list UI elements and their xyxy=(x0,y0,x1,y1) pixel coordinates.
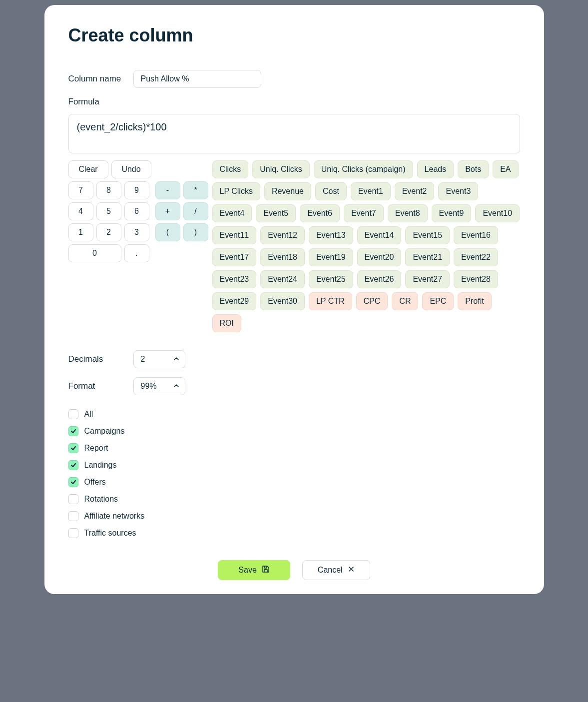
token-event19[interactable]: Event19 xyxy=(309,248,353,266)
save-button[interactable]: Save xyxy=(218,560,290,580)
token-event3[interactable]: Event3 xyxy=(438,182,478,200)
token-event13[interactable]: Event13 xyxy=(309,226,353,244)
checkbox[interactable] xyxy=(68,477,78,487)
decimals-select[interactable]: 2 xyxy=(133,350,185,368)
format-select[interactable]: 99% xyxy=(133,377,185,395)
cancel-button[interactable]: Cancel xyxy=(302,560,370,580)
token-event22[interactable]: Event22 xyxy=(454,248,498,266)
token-roi[interactable]: ROI xyxy=(212,314,241,332)
column-name-label: Column name xyxy=(68,74,133,84)
token-event10[interactable]: Event10 xyxy=(475,204,520,222)
numpad-0[interactable]: 0 xyxy=(68,244,121,262)
checkbox[interactable] xyxy=(68,460,78,470)
token-event1[interactable]: Event1 xyxy=(351,182,391,200)
checkbox[interactable] xyxy=(68,409,78,419)
token-profit[interactable]: Profit xyxy=(458,292,491,310)
check-row-offers[interactable]: Offers xyxy=(68,477,520,487)
token-event29[interactable]: Event29 xyxy=(212,292,257,310)
token-event17[interactable]: Event17 xyxy=(212,248,257,266)
formula-input[interactable]: (event_2/clicks)*100 xyxy=(68,114,520,153)
check-row-campaigns[interactable]: Campaigns xyxy=(68,426,520,436)
token-leads[interactable]: Leads xyxy=(417,160,454,178)
check-label: Offers xyxy=(84,478,106,487)
checkbox[interactable] xyxy=(68,528,78,538)
token-event12[interactable]: Event12 xyxy=(260,226,305,244)
check-row-affiliate-networks[interactable]: Affiliate networks xyxy=(68,511,520,521)
token-event11[interactable]: Event11 xyxy=(212,226,257,244)
op-minus[interactable]: - xyxy=(155,181,180,199)
op-lparen[interactable]: ( xyxy=(155,223,180,241)
token-event6[interactable]: Event6 xyxy=(300,204,340,222)
numpad-4[interactable]: 4 xyxy=(68,202,93,220)
token-event23[interactable]: Event23 xyxy=(212,270,257,288)
token-event16[interactable]: Event16 xyxy=(454,226,498,244)
token-event20[interactable]: Event20 xyxy=(357,248,402,266)
check-row-all[interactable]: All xyxy=(68,409,520,419)
token-event28[interactable]: Event28 xyxy=(454,270,498,288)
token-event2[interactable]: Event2 xyxy=(395,182,435,200)
token-ea[interactable]: EA xyxy=(493,160,518,178)
token-cpc[interactable]: CPC xyxy=(356,292,388,310)
check-label: Traffic sources xyxy=(84,529,136,538)
token-event14[interactable]: Event14 xyxy=(357,226,402,244)
token-event5[interactable]: Event5 xyxy=(256,204,296,222)
token-event18[interactable]: Event18 xyxy=(260,248,305,266)
check-label: All xyxy=(84,410,93,419)
numpad-6[interactable]: 6 xyxy=(124,202,149,220)
op-rparen[interactable]: ) xyxy=(183,223,208,241)
format-value: 99% xyxy=(141,382,157,391)
token-cr[interactable]: CR xyxy=(392,292,418,310)
formula-builder: Clear Undo 7894561230. -*+/() ClicksUniq… xyxy=(68,160,520,332)
undo-button[interactable]: Undo xyxy=(111,160,151,178)
check-label: Rotations xyxy=(84,495,118,504)
numpad-9[interactable]: 9 xyxy=(124,181,149,199)
token-event25[interactable]: Event25 xyxy=(309,270,353,288)
token-uniq-clicks[interactable]: Uniq. Clicks xyxy=(252,160,309,178)
checkbox[interactable] xyxy=(68,443,78,453)
token-event24[interactable]: Event24 xyxy=(260,270,305,288)
token-lp-ctr[interactable]: LP CTR xyxy=(309,292,352,310)
check-row-report[interactable]: Report xyxy=(68,443,520,453)
checkbox[interactable] xyxy=(68,494,78,504)
save-label: Save xyxy=(238,566,256,575)
checkbox[interactable] xyxy=(68,511,78,521)
column-name-input[interactable] xyxy=(133,70,261,88)
token-event8[interactable]: Event8 xyxy=(388,204,428,222)
token-event30[interactable]: Event30 xyxy=(260,292,305,310)
checkbox[interactable] xyxy=(68,426,78,436)
token-revenue[interactable]: Revenue xyxy=(264,182,311,200)
token-event7[interactable]: Event7 xyxy=(344,204,384,222)
clear-button[interactable]: Clear xyxy=(68,160,108,178)
check-row-traffic-sources[interactable]: Traffic sources xyxy=(68,528,520,538)
formula-label: Formula xyxy=(68,97,520,107)
op-divide[interactable]: / xyxy=(183,202,208,220)
token-event26[interactable]: Event26 xyxy=(357,270,402,288)
numpad-1[interactable]: 1 xyxy=(68,223,93,241)
token-cost[interactable]: Cost xyxy=(315,182,347,200)
numpad-dot[interactable]: . xyxy=(124,244,149,262)
format-label: Format xyxy=(68,381,133,391)
token-event15[interactable]: Event15 xyxy=(405,226,450,244)
token-event27[interactable]: Event27 xyxy=(405,270,450,288)
token-epc[interactable]: EPC xyxy=(422,292,454,310)
token-bots[interactable]: Bots xyxy=(458,160,489,178)
numpad-2[interactable]: 2 xyxy=(96,223,121,241)
column-name-row: Column name xyxy=(68,70,520,88)
check-label: Landings xyxy=(84,461,117,470)
token-uniq-clicks-campaign-[interactable]: Uniq. Clicks (campaign) xyxy=(314,160,413,178)
check-row-landings[interactable]: Landings xyxy=(68,460,520,470)
numpad-5[interactable]: 5 xyxy=(96,202,121,220)
token-clicks[interactable]: Clicks xyxy=(212,160,249,178)
token-event4[interactable]: Event4 xyxy=(212,204,252,222)
token-event21[interactable]: Event21 xyxy=(405,248,450,266)
token-lp-clicks[interactable]: LP Clicks xyxy=(212,182,260,200)
token-event9[interactable]: Event9 xyxy=(432,204,472,222)
op-multiply[interactable]: * xyxy=(183,181,208,199)
numpad-7[interactable]: 7 xyxy=(68,181,93,199)
numpad-8[interactable]: 8 xyxy=(96,181,121,199)
op-plus[interactable]: + xyxy=(155,202,180,220)
numpad-3[interactable]: 3 xyxy=(124,223,149,241)
check-row-rotations[interactable]: Rotations xyxy=(68,494,520,504)
check-label: Campaigns xyxy=(84,427,125,436)
close-icon xyxy=(348,566,355,575)
